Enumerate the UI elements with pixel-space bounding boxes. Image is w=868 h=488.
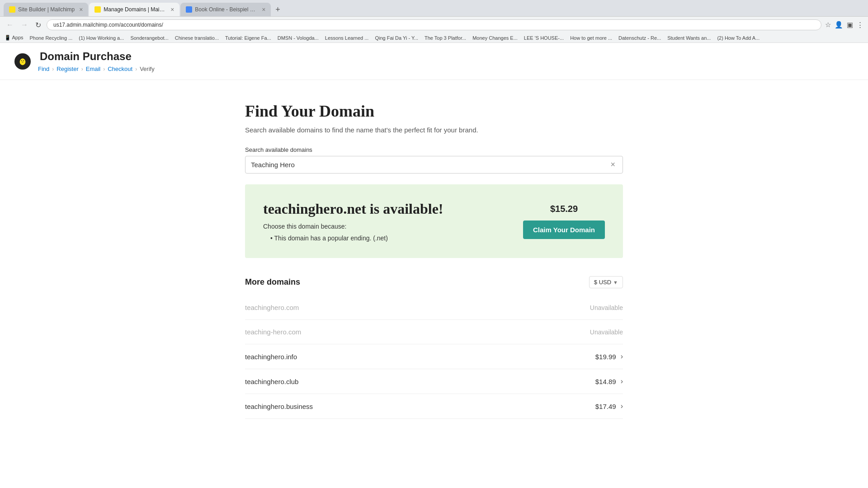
reload-button[interactable]: ↻: [33, 20, 43, 30]
bookmark-12[interactable]: How to get more ...: [570, 35, 612, 41]
more-domains-header: More domains $ USD ▼: [245, 269, 623, 292]
breadcrumb-verify: Verify: [140, 66, 155, 72]
address-bar-row: ← → ↻ us17.admin.mailchimp.com/account/d…: [0, 16, 868, 33]
tab-close-3[interactable]: ×: [262, 6, 265, 13]
page-title: Domain Purchase: [40, 50, 155, 63]
bookmark-11[interactable]: LEE 'S HOUSE-...: [524, 35, 564, 41]
bookmark-2[interactable]: (1) How Working a...: [79, 35, 124, 41]
tab-close-1[interactable]: ×: [79, 6, 83, 13]
breadcrumb-find[interactable]: Find: [38, 66, 49, 72]
breadcrumb: Find › Register › Email › Checkout › Ver…: [38, 66, 155, 72]
domain-name: teachinghero.club: [245, 378, 298, 385]
currency-dropdown-icon: ▼: [613, 280, 618, 285]
page: Domain Purchase Find › Register › Email …: [0, 43, 868, 488]
featured-reason: • This domain has a popular ending. (.ne…: [270, 235, 523, 242]
menu-icon[interactable]: ⋮: [857, 21, 863, 29]
domain-row: teaching-hero.com Unavailable: [245, 320, 623, 344]
bullet-icon: •: [270, 235, 274, 242]
domain-right: Unavailable: [590, 304, 623, 311]
domain-price: $17.49: [595, 403, 616, 410]
tab-bar: Site Builder | Mailchimp × Manage Domain…: [0, 0, 868, 16]
bookmark-15[interactable]: (2) How To Add A...: [717, 35, 760, 41]
domain-right: Unavailable: [590, 328, 623, 336]
tab-site-builder[interactable]: Site Builder | Mailchimp ×: [4, 3, 88, 16]
domain-list: teachinghero.com Unavailable teaching-he…: [245, 296, 623, 419]
tab-favicon-2: [94, 6, 101, 13]
svg-point-3: [23, 60, 24, 61]
new-tab-button[interactable]: +: [272, 3, 284, 16]
breadcrumb-checkout[interactable]: Checkout: [108, 66, 132, 72]
bookmark-apps[interactable]: 📱 Apps: [5, 35, 24, 41]
search-label: Search available domains: [245, 146, 623, 153]
currency-selector[interactable]: $ USD ▼: [589, 276, 623, 288]
extensions-icon[interactable]: ▣: [847, 21, 853, 29]
domain-price: $14.89: [595, 378, 616, 385]
bookmark-7[interactable]: Lessons Learned ...: [325, 35, 369, 41]
forward-button[interactable]: →: [19, 20, 30, 30]
mailchimp-logo: [14, 53, 31, 70]
domain-row[interactable]: teachinghero.business $17.49 ›: [245, 394, 623, 419]
bookmark-14[interactable]: Student Wants an...: [667, 35, 711, 41]
profile-icon[interactable]: 👤: [835, 21, 843, 29]
tab-label-3: Book Online - Beispiel Websi...: [195, 6, 257, 13]
site-header: Domain Purchase Find › Register › Email …: [0, 43, 868, 80]
breadcrumb-sep-1: ›: [52, 66, 54, 72]
breadcrumb-sep-2: ›: [81, 66, 83, 72]
bookmark-13[interactable]: Datenschutz - Re...: [618, 35, 661, 41]
address-bar[interactable]: us17.admin.mailchimp.com/account/domains…: [47, 19, 821, 30]
tab-label-1: Site Builder | Mailchimp: [18, 6, 75, 13]
svg-point-2: [21, 60, 22, 61]
bookmark-8[interactable]: Qing Fai Da Yi - Y...: [375, 35, 418, 41]
claim-domain-button[interactable]: Claim Your Domain: [523, 221, 605, 239]
tab-label-2: Manage Domains | Mailchimp: [104, 6, 166, 13]
bookmark-10[interactable]: Money Changes E...: [472, 35, 518, 41]
domain-status: Unavailable: [590, 328, 623, 336]
domain-row: teachinghero.com Unavailable: [245, 296, 623, 320]
tab-close-2[interactable]: ×: [170, 6, 174, 13]
bookmarks-bar: 📱 Apps Phone Recycling ... (1) How Worki…: [0, 33, 868, 43]
bookmark-6[interactable]: DMSN - Vologda...: [278, 35, 319, 41]
featured-domain-card: teachinghero.net is available! Choose th…: [245, 184, 623, 258]
featured-choose-label: Choose this domain because:: [263, 223, 523, 230]
featured-price: $15.29: [550, 204, 578, 214]
section-title: Find Your Domain: [245, 102, 623, 121]
header-text-group: Domain Purchase Find › Register › Email …: [38, 50, 155, 72]
domain-select-arrow[interactable]: ›: [621, 352, 623, 361]
domain-row[interactable]: teachinghero.club $14.89 ›: [245, 369, 623, 394]
search-box: ×: [245, 156, 623, 174]
bookmark-1[interactable]: Phone Recycling ...: [30, 35, 73, 41]
toolbar-icons: ☆ 👤 ▣ ⋮: [825, 21, 863, 29]
breadcrumb-email[interactable]: Email: [86, 66, 101, 72]
breadcrumb-sep-4: ›: [135, 66, 137, 72]
currency-value: $ USD: [594, 279, 611, 286]
domain-select-arrow[interactable]: ›: [621, 402, 623, 410]
domain-name: teaching-hero.com: [245, 328, 301, 336]
breadcrumb-sep-3: ›: [103, 66, 105, 72]
main-content: Find Your Domain Search available domain…: [231, 80, 637, 441]
tab-book-online[interactable]: Book Online - Beispiel Websi... ×: [180, 3, 271, 16]
domain-select-arrow[interactable]: ›: [621, 377, 623, 385]
domain-price: $19.99: [595, 353, 616, 361]
tab-favicon-1: [9, 6, 15, 13]
featured-domain-name: teachinghero.net is available!: [263, 201, 523, 217]
domain-name: teachinghero.com: [245, 304, 299, 311]
domain-status: Unavailable: [590, 304, 623, 311]
back-button[interactable]: ←: [5, 20, 15, 30]
bookmark-5[interactable]: Tutorial: Eigene Fa...: [225, 35, 271, 41]
browser-chrome: Site Builder | Mailchimp × Manage Domain…: [0, 0, 868, 43]
more-domains-title: More domains: [245, 277, 300, 287]
tab-favicon-3: [186, 6, 192, 13]
search-input[interactable]: [251, 161, 609, 169]
domain-name: teachinghero.business: [245, 403, 313, 410]
bookmark-4[interactable]: Chinese translatio...: [175, 35, 219, 41]
tab-manage-domains[interactable]: Manage Domains | Mailchimp ×: [89, 3, 179, 16]
featured-right: $15.29 Claim Your Domain: [523, 204, 605, 239]
section-subtitle: Search available domains to find the nam…: [245, 126, 623, 134]
bookmark-9[interactable]: The Top 3 Platfor...: [425, 35, 466, 41]
domain-right: $19.99 ›: [595, 352, 623, 361]
bookmark-3[interactable]: Sonderangebot...: [130, 35, 168, 41]
search-clear-button[interactable]: ×: [609, 160, 617, 169]
bookmark-icon[interactable]: ☆: [825, 21, 831, 29]
domain-row[interactable]: teachinghero.info $19.99 ›: [245, 344, 623, 369]
breadcrumb-register[interactable]: Register: [57, 66, 78, 72]
